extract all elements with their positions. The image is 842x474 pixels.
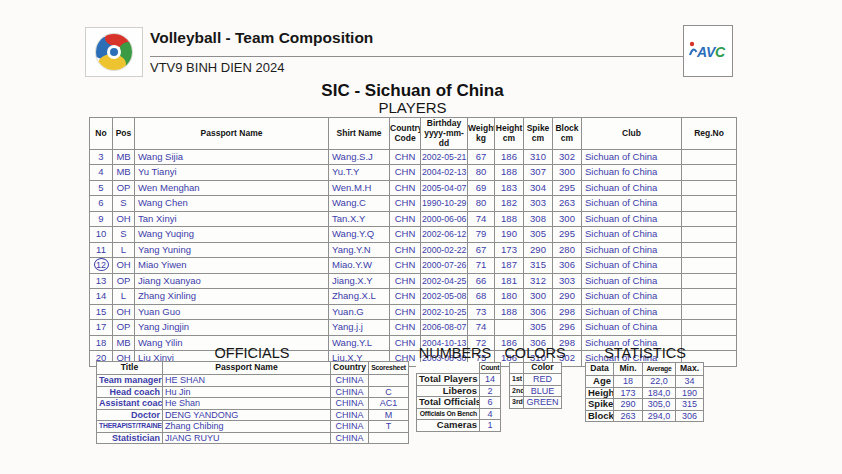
- table-cell: 305: [524, 320, 553, 336]
- table-cell: CHN: [390, 304, 421, 320]
- table-cell: 10: [90, 227, 113, 243]
- table-cell: 14: [90, 289, 113, 305]
- table-cell: He Shan: [163, 398, 331, 410]
- table-cell: Doctor: [97, 409, 163, 421]
- table-cell: Wang.S.J: [329, 149, 390, 165]
- table-cell: [682, 196, 737, 212]
- table-cell: 2006-08-07: [421, 320, 468, 336]
- column-header: Height cm: [495, 118, 524, 150]
- table-row: 9OHTan XinyiTan.X.YCHN2000-06-0674188308…: [90, 211, 737, 227]
- table-cell: 290: [524, 242, 553, 258]
- table-cell: [682, 258, 737, 274]
- tournament-logo-box: [85, 27, 143, 77]
- table-row: Spike290305,0315: [586, 399, 704, 411]
- table-cell: Zhang.X.L: [329, 289, 390, 305]
- table-row: 5OPWen MenghanWen.M.HCHN2005-04-07691833…: [90, 180, 737, 196]
- table-row: Height173184,0190: [586, 387, 704, 399]
- table-cell: Sichuan of China: [582, 258, 682, 274]
- table-cell: Sichuan of China: [582, 273, 682, 289]
- table-cell: 300: [524, 289, 553, 305]
- column-header: Shirt Name: [329, 118, 390, 150]
- table-cell: 302: [553, 149, 582, 165]
- table-cell: GREEN: [524, 397, 562, 409]
- table-cell: Team manager: [97, 375, 163, 387]
- table-cell: CHINA: [331, 421, 369, 433]
- table-cell: 305,0: [643, 399, 676, 411]
- table-row: 4MBYu TianyiYu.T.YCHN2004-02-13801883073…: [90, 165, 737, 181]
- table-cell: 2000-07-26: [421, 258, 468, 274]
- players-table: NoPosPassport NameShirt NameCountry Code…: [89, 117, 737, 367]
- column-header: Title: [97, 362, 163, 375]
- column-header: Min.: [614, 363, 643, 376]
- statistics-section-title: STATISTICS: [586, 345, 704, 361]
- table-cell: Wang.C: [329, 196, 390, 212]
- table-cell: 315: [524, 258, 553, 274]
- table-cell: Cameras: [417, 420, 480, 432]
- table-row: Head coachHu JinCHINAC: [97, 386, 409, 398]
- table-row: Officials On Bench4: [417, 408, 501, 420]
- table-cell: 2000-02-22: [421, 242, 468, 258]
- svg-text:C: C: [715, 44, 726, 60]
- table-cell: 2002-05-21: [421, 149, 468, 165]
- table-cell: 17: [90, 320, 113, 336]
- table-cell: 315: [676, 399, 704, 411]
- table-cell: L: [113, 242, 135, 258]
- column-header: [417, 363, 480, 374]
- column-header: Spike cm: [524, 118, 553, 150]
- table-cell: OP: [113, 320, 135, 336]
- table-cell: 66: [468, 273, 495, 289]
- table-cell: MB: [113, 165, 135, 181]
- column-header: Pos: [113, 118, 135, 150]
- table-cell: 68: [468, 289, 495, 305]
- column-header: [510, 363, 524, 374]
- table-cell: CHN: [390, 149, 421, 165]
- table-cell: Sichuan of China: [582, 180, 682, 196]
- numbers-table: CountTotal Players14Liberos2Total Offici…: [416, 362, 501, 432]
- column-header: Max.: [676, 363, 704, 376]
- table-row: Age1822,034: [586, 376, 704, 388]
- table-cell: 188: [495, 165, 524, 181]
- table-cell: Height: [586, 387, 614, 399]
- table-row: 3MBWang SijiaWang.S.JCHN2002-05-21671863…: [90, 149, 737, 165]
- event-name: VTV9 BINH DIEN 2024: [150, 60, 284, 75]
- table-cell: [495, 320, 524, 336]
- table-cell: 34: [676, 376, 704, 388]
- table-cell: 188: [495, 304, 524, 320]
- colors-section-title: COLORS: [496, 345, 574, 361]
- table-cell: [682, 242, 737, 258]
- table-cell: MB: [113, 149, 135, 165]
- federation-logo-box: AV C: [683, 25, 733, 77]
- table-cell: 2002-06-12: [421, 227, 468, 243]
- table-cell: 1: [480, 420, 501, 432]
- column-header: Block cm: [553, 118, 582, 150]
- table-cell: L: [113, 289, 135, 305]
- table-cell: 290: [553, 289, 582, 305]
- table-cell: 188: [495, 211, 524, 227]
- table-cell: [682, 149, 737, 165]
- table-cell: Liberos: [417, 385, 480, 397]
- table-cell: Block: [586, 410, 614, 422]
- table-cell: CHINA: [331, 432, 369, 444]
- table-cell: 296: [553, 320, 582, 336]
- table-cell: Jiang Xuanyao: [135, 273, 329, 289]
- table-cell: 80: [468, 165, 495, 181]
- table-cell: 2002-10-25: [421, 304, 468, 320]
- table-row: DoctorDENG YANDONGCHINAM: [97, 409, 409, 421]
- table-cell: CHN: [390, 227, 421, 243]
- table-cell: [369, 432, 409, 444]
- table-cell: Zhang Chibing: [163, 421, 331, 433]
- table-cell: 308: [524, 211, 553, 227]
- table-cell: 290: [614, 399, 643, 411]
- team-title: SIC - Sichuan of China: [89, 81, 736, 101]
- table-cell: 9: [90, 211, 113, 227]
- table-cell: CHN: [390, 180, 421, 196]
- table-cell: Hu Jin: [163, 386, 331, 398]
- team-composition-sheet: Volleyball - Team Composition VTV9 BINH …: [0, 0, 842, 474]
- column-header: Country Code: [390, 118, 421, 150]
- table-cell: 2nd: [510, 385, 524, 397]
- table-row: 12OHMiao YiwenMiao.Y.WCHN2000-07-2671187…: [90, 258, 737, 274]
- table-cell: 14: [480, 374, 501, 386]
- table-cell: Tan.X.Y: [329, 211, 390, 227]
- table-cell: 13: [90, 273, 113, 289]
- table-cell: [682, 180, 737, 196]
